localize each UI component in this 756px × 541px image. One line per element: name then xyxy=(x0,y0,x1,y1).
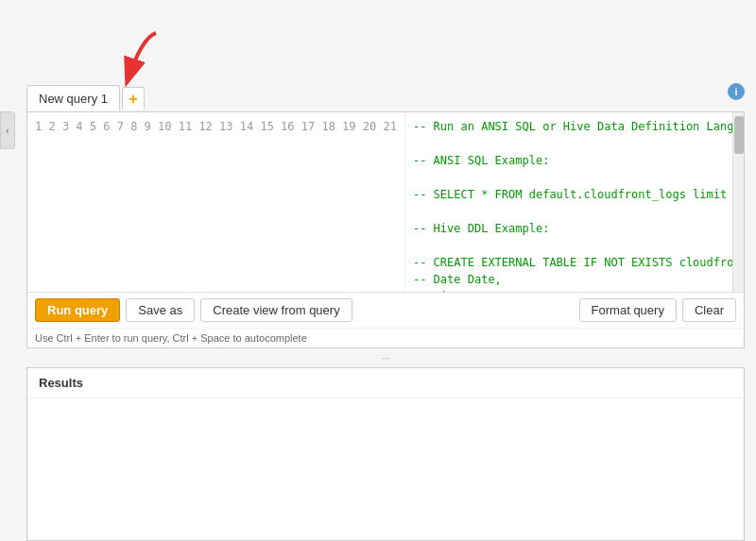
clear-button[interactable]: Clear xyxy=(682,298,736,322)
format-query-button[interactable]: Format query xyxy=(579,298,677,322)
divider[interactable]: ··· xyxy=(26,348,745,367)
info-icon[interactable]: i xyxy=(728,83,745,100)
code-editor[interactable]: -- Run an ANSI SQL or Hive Data Definiti… xyxy=(405,112,732,292)
results-wrapper: Results xyxy=(26,367,745,541)
run-query-button[interactable]: Run query xyxy=(35,298,120,322)
editor-wrapper: 1 2 3 4 5 6 7 8 9 10 11 12 13 14 15 16 1… xyxy=(26,111,745,348)
results-body xyxy=(27,398,744,540)
scrollbar-thumb[interactable] xyxy=(734,116,744,154)
sidebar-toggle[interactable]: ‹ xyxy=(0,111,15,149)
query-tab[interactable]: New query 1 xyxy=(26,85,120,111)
main-container: New query 1 + 1 2 3 4 5 6 7 8 9 10 11 12… xyxy=(15,0,756,541)
editor-toolbar: Run query Save as Create view from query… xyxy=(27,292,744,328)
editor-body: 1 2 3 4 5 6 7 8 9 10 11 12 13 14 15 16 1… xyxy=(27,112,744,292)
save-as-button[interactable]: Save as xyxy=(126,298,195,322)
results-header: Results xyxy=(27,368,744,398)
chevron-left-icon: ‹ xyxy=(6,126,9,136)
line-numbers: 1 2 3 4 5 6 7 8 9 10 11 12 13 14 15 16 1… xyxy=(27,112,405,292)
tab-bar: New query 1 + xyxy=(26,8,745,111)
add-tab-button[interactable]: + xyxy=(122,87,145,110)
create-view-button[interactable]: Create view from query xyxy=(200,298,352,322)
hint-text: Use Ctrl + Enter to run query, Ctrl + Sp… xyxy=(27,328,744,347)
tab-label: New query 1 xyxy=(39,92,108,106)
scrollbar-track[interactable] xyxy=(732,112,744,292)
